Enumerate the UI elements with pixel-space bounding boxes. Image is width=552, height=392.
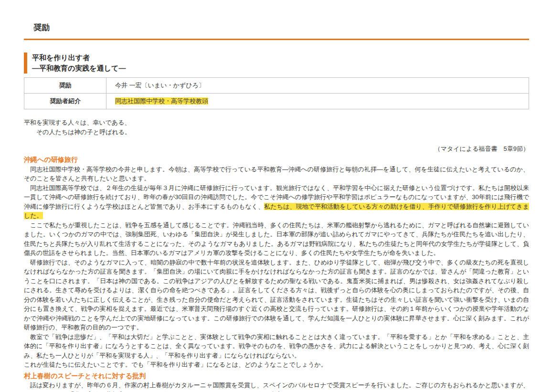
article-body: 沖縄への研修旅行 同志社国際中学校・高等学校の今井と申します。今朝は、高等学校で…	[24, 155, 529, 392]
document-page: 奨励 平和を作り出す者 ―平和教育の実践を通して― 奨励今井 一宏〔いまい・かず…	[0, 0, 552, 392]
paragraph-text: 同志社国際中学校・高等学校の今井と申します。今朝は、高等学校で行っている平和教育…	[24, 166, 529, 182]
paragraph: これが生徒たちに伝えたいことです。でも「平和を作り出す者」になるとは、どのような…	[24, 360, 529, 370]
paragraph-text: ここで私たちが重視したことは、戦争を五感を通して感じることです。沖縄戦当時、多く…	[24, 222, 529, 257]
paragraph: 話は変わりますが、昨年の６月、作家の村上春樹がカタルーニャ国際賞を受賞し、スペイ…	[24, 381, 529, 392]
row-label: 奨励者紹介	[24, 94, 106, 109]
header-rule	[24, 39, 529, 40]
row-value: 今井 一宏〔いまい・かずひろ〕	[106, 78, 529, 94]
paragraph: ここで私たちが重視したことは、戦争を五感を通して感じることです。沖縄戦当時、多く…	[24, 221, 529, 258]
table-row: 奨励今井 一宏〔いまい・かずひろ〕	[24, 78, 529, 94]
paragraph: 教室で「戦争は悲惨だ」、「平和は大切だ」と学ぶことと、実体験として戦争の実相に触…	[24, 332, 529, 360]
row-label: 奨励	[24, 78, 106, 94]
scripture-line: 平和を実現する人々は、幸いである、	[24, 118, 529, 127]
article-title-block: 平和を作り出す者 ―平和教育の実践を通して―	[24, 53, 529, 74]
article-title: 平和を作り出す者	[32, 53, 529, 63]
scripture-line: その人たちは神の子と呼ばれる。	[24, 127, 529, 137]
paragraph-text: 話は変わりますが、昨年の６月、作家の村上春樹がカタルーニャ国際賞を受賞し、スペイ…	[24, 381, 529, 392]
paragraph: 同志社国際高等学校では、２年生の生徒が毎年３月に沖縄に研修旅行に行っています。観…	[24, 183, 529, 221]
paragraph-text: 教室で「戦争は悲惨だ」、「平和は大切だ」と学ぶことと、実体験として戦争の実相に触…	[24, 333, 529, 359]
page-title: 奨励	[24, 23, 529, 32]
paragraph-text: これが生徒たちに伝えたいことです。でも「平和を作り出す者」になるとは、どのような…	[24, 361, 327, 368]
table-row: 奨励者紹介同志社国際中学校・高等学校教頭	[24, 94, 529, 109]
scripture-attribution: （マタイによる福音書 5章9節）	[24, 145, 529, 153]
speaker-table: 奨励今井 一宏〔いまい・かずひろ〕奨励者紹介同志社国際中学校・高等学校教頭	[24, 77, 529, 109]
section-heading: 沖縄への研修旅行	[24, 155, 529, 165]
paragraph: 研修旅行では、そのようなガマに入って、暗闇の静寂の中で数十年前の状況を追体験しま…	[24, 258, 529, 332]
paragraph-text: 研修旅行では、そのようなガマに入って、暗闇の静寂の中で数十年前の状況を追体験しま…	[24, 259, 529, 331]
article-subtitle: ―平和教育の実践を通して―	[32, 63, 529, 74]
scripture-quote: 平和を実現する人々は、幸いである、 その人たちは神の子と呼ばれる。	[24, 118, 529, 137]
row-value: 同志社国際中学校・高等学校教頭	[106, 94, 529, 109]
paragraph: 同志社国際中学校・高等学校の今井と申します。今朝は、高等学校で行っている平和教育…	[24, 165, 529, 183]
highlighted-text: 同志社国際中学校・高等学校教頭	[115, 97, 208, 105]
section-heading: 村上春樹のスピーチとそれに対する批判	[24, 371, 529, 381]
value-text: 今井 一宏〔いまい・かずひろ〕	[115, 82, 205, 89]
